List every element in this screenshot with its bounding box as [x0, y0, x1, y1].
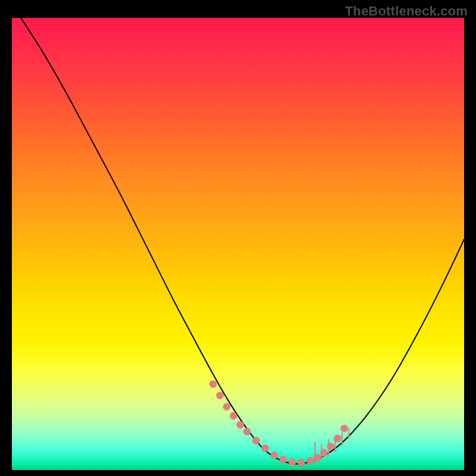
data-dot	[320, 449, 327, 456]
data-dot	[334, 435, 341, 442]
data-dot	[230, 412, 237, 419]
data-dot	[209, 380, 217, 387]
bottleneck-curve	[12, 4, 464, 464]
data-dot	[314, 454, 321, 461]
data-dot	[237, 421, 244, 428]
data-dot	[280, 456, 287, 463]
data-dot	[306, 458, 314, 465]
data-dot	[340, 425, 347, 432]
data-dot	[327, 443, 334, 450]
chart-root: TheBottleneck.com	[0, 0, 476, 476]
plot-svg	[12, 18, 464, 470]
data-dot	[298, 459, 305, 466]
data-dot	[271, 452, 278, 459]
data-dot	[243, 428, 250, 435]
data-dots	[209, 380, 349, 466]
plot-area	[12, 18, 464, 470]
data-dot	[216, 392, 223, 399]
watermark-label: TheBottleneck.com	[345, 4, 468, 19]
data-dot	[289, 459, 296, 466]
data-dot	[261, 444, 268, 452]
data-dot	[223, 403, 230, 410]
data-dot	[252, 437, 259, 444]
